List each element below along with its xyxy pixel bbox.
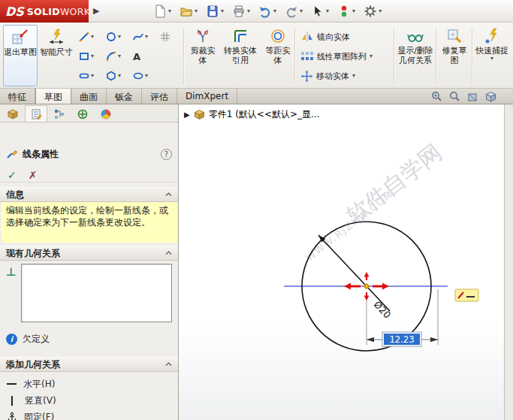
open-file-button[interactable]: ▾ bbox=[178, 4, 199, 19]
linear-pattern-button[interactable]: 线性草图阵列 ▾ bbox=[297, 48, 376, 65]
print-button[interactable]: ▾ bbox=[231, 4, 252, 19]
spline-tool-button[interactable]: ▾ bbox=[131, 29, 150, 45]
tab-surfaces[interactable]: 曲面 bbox=[71, 89, 107, 104]
display-delete-relations-button[interactable]: 显示/删除几何关系 bbox=[397, 25, 434, 86]
help-button[interactable]: ? bbox=[161, 149, 172, 160]
convert-entities-label: 转换实体引用 bbox=[223, 46, 258, 65]
dropdown-caret-icon[interactable]: ▾ bbox=[91, 34, 94, 40]
existing-relations-listbox[interactable] bbox=[21, 264, 172, 322]
dropdown-caret-icon[interactable]: ▾ bbox=[247, 8, 250, 14]
trim-entities-button[interactable]: 剪裁实体 bbox=[186, 25, 219, 86]
save-button[interactable]: ▾ bbox=[204, 4, 225, 19]
dropdown-caret-icon[interactable]: ▾ bbox=[326, 8, 329, 14]
section-message[interactable]: 信息 bbox=[0, 187, 178, 202]
existing-relations-header: 现有几何关系 bbox=[6, 247, 60, 260]
mirror-entities-button[interactable]: 镜向实体 bbox=[297, 29, 353, 45]
feature-tree-flyout[interactable]: ▶ 零件1 (默认<<默认>_显... bbox=[184, 108, 319, 121]
tab-dimxpert[interactable]: DimXpert bbox=[177, 89, 237, 104]
command-manager-ribbon: 退出草图 智能尺寸 ▾ ▾ ▾ ▾ ▾ A ▾ ▾ ▾ bbox=[0, 23, 513, 89]
relation-fix-button[interactable]: 固定(F) bbox=[0, 409, 178, 420]
polygon-tool-button[interactable]: ▾ bbox=[104, 68, 123, 84]
dropdown-caret-icon[interactable]: ▾ bbox=[118, 34, 121, 40]
collapse-chevron-icon[interactable] bbox=[165, 192, 172, 197]
dropdown-caret-icon[interactable]: ▾ bbox=[145, 73, 148, 79]
tab-featuremanager[interactable] bbox=[2, 105, 24, 122]
dropdown-caret-icon[interactable]: ▾ bbox=[352, 73, 355, 79]
diameter-dim-text[interactable]: Ø20 bbox=[372, 299, 394, 321]
repair-sketch-button[interactable]: 修复草图 bbox=[439, 25, 470, 86]
tab-sheetmetal[interactable]: 钣金 bbox=[107, 89, 142, 104]
dim-value-text[interactable]: 12.23 bbox=[390, 334, 415, 345]
options-button[interactable]: ▾ bbox=[362, 4, 383, 19]
tab-evaluate[interactable]: 评估 bbox=[142, 89, 177, 104]
tab-dimxpertmanager[interactable] bbox=[71, 105, 94, 122]
selection-filter-button[interactable]: ▾ bbox=[336, 4, 357, 19]
new-file-button[interactable]: ▾ bbox=[152, 4, 173, 19]
dropdown-caret-icon[interactable]: ▾ bbox=[273, 8, 276, 14]
center-point[interactable] bbox=[364, 284, 369, 289]
undo-button[interactable]: ▾ bbox=[257, 4, 278, 19]
trim-entities-label: 剪裁实体 bbox=[187, 46, 219, 65]
dropdown-caret-icon[interactable]: ▾ bbox=[490, 56, 493, 62]
move-entities-button[interactable]: 移动实体 ▾ bbox=[297, 68, 358, 84]
arc-icon bbox=[106, 51, 116, 62]
quick-snaps-button[interactable]: 快速捕捉 ▾ bbox=[475, 25, 509, 86]
dropdown-caret-icon[interactable]: ▾ bbox=[370, 53, 373, 59]
part-icon bbox=[194, 109, 205, 120]
rectangle-tool-button[interactable]: ▾ bbox=[77, 48, 96, 65]
arc-tool-button[interactable]: ▾ bbox=[104, 48, 123, 65]
exit-sketch-button[interactable]: 退出草图 bbox=[3, 25, 38, 86]
task-pane-strip[interactable] bbox=[504, 104, 513, 420]
dropdown-caret-icon[interactable]: ▾ bbox=[168, 8, 171, 14]
tree-item-label[interactable]: 零件1 (默认<<默认>_显... bbox=[209, 108, 320, 121]
redo-button[interactable]: ▾ bbox=[283, 4, 304, 19]
line-tool-button[interactable]: ▾ bbox=[77, 29, 96, 45]
offset-entities-icon bbox=[270, 28, 286, 44]
text-tool-button[interactable]: A bbox=[131, 48, 143, 65]
dropdown-caret-icon[interactable]: ▾ bbox=[221, 8, 224, 14]
slot-tool-button[interactable]: ▾ bbox=[77, 68, 96, 84]
sketch-grid-button[interactable] bbox=[158, 29, 173, 45]
convert-entities-button[interactable]: 转换实体引用 bbox=[222, 25, 258, 86]
dropdown-caret-icon[interactable]: ▾ bbox=[91, 73, 94, 79]
collapse-chevron-icon[interactable] bbox=[165, 362, 172, 367]
dropdown-caret-icon[interactable]: ▾ bbox=[195, 8, 198, 14]
propertymanager-header: 线条属性 ? bbox=[0, 145, 178, 163]
dropdown-caret-icon[interactable]: ▾ bbox=[118, 73, 121, 79]
graphics-area[interactable]: 软件自学网 WWW.RJZXW.COM Ø20 12.23 ▶ 零 bbox=[179, 104, 513, 420]
sketch-viewport[interactable]: 软件自学网 WWW.RJZXW.COM Ø20 12.23 bbox=[179, 104, 504, 420]
dropdown-caret-icon[interactable]: ▾ bbox=[118, 53, 121, 59]
flyout-arrow-icon[interactable]: ▶ bbox=[184, 110, 190, 119]
relation-horizontal-button[interactable]: 水平(H) bbox=[0, 376, 178, 391]
view-orientation-icon[interactable] bbox=[485, 91, 496, 102]
tab-sketch[interactable]: 草图 bbox=[35, 89, 71, 104]
dropdown-caret-icon[interactable]: ▾ bbox=[379, 8, 382, 14]
select-button[interactable]: ▾ bbox=[309, 4, 330, 19]
relation-vertical-label: 竖直(V) bbox=[25, 394, 56, 407]
section-add-relations[interactable]: 添加几何关系 bbox=[0, 357, 178, 372]
smart-dimension-button[interactable]: 智能尺寸 bbox=[39, 25, 74, 86]
dropdown-caret-icon[interactable]: ▾ bbox=[91, 53, 94, 59]
solidworks-logo: DS SOLID WORKS bbox=[0, 0, 89, 23]
relation-vertical-button[interactable]: 竖直(V) bbox=[0, 393, 178, 408]
section-view-icon[interactable] bbox=[467, 91, 478, 102]
ellipse-tool-button[interactable]: ▾ bbox=[131, 68, 150, 84]
offset-entities-button[interactable]: 等距实体 bbox=[263, 25, 293, 86]
tab-displaymanager[interactable] bbox=[95, 105, 117, 122]
menu-flyout-icon[interactable]: ▶ bbox=[93, 6, 99, 16]
dropdown-caret-icon[interactable]: ▾ bbox=[352, 8, 355, 14]
section-existing-relations[interactable]: 现有几何关系 bbox=[0, 246, 178, 261]
dropdown-caret-icon[interactable]: ▾ bbox=[145, 34, 148, 40]
zoom-in-icon[interactable] bbox=[431, 91, 442, 102]
collapse-chevron-icon[interactable] bbox=[165, 251, 172, 255]
mirror-entities-icon bbox=[300, 31, 314, 43]
tab-features[interactable]: 特征 bbox=[0, 89, 35, 104]
tab-propertymanager[interactable] bbox=[25, 105, 47, 122]
circle-tool-button[interactable]: ▾ bbox=[104, 29, 123, 45]
tab-configurationmanager[interactable] bbox=[48, 105, 71, 122]
zoom-area-icon[interactable] bbox=[449, 91, 460, 102]
ok-button[interactable]: ✓ bbox=[8, 169, 17, 181]
dropdown-caret-icon[interactable]: ▾ bbox=[300, 8, 303, 14]
cancel-button[interactable]: ✗ bbox=[29, 169, 38, 181]
linear-pattern-label: 线性草图阵列 bbox=[317, 51, 367, 62]
